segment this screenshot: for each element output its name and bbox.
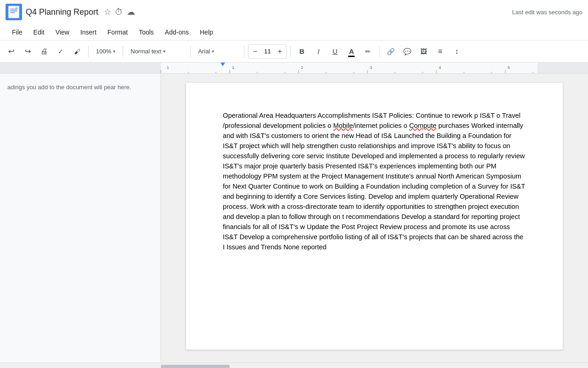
- sidebar: adings you add to the document will pear…: [0, 74, 161, 362]
- style-arrow: ▾: [163, 49, 165, 54]
- font-arrow: ▾: [212, 49, 214, 54]
- document-text: Operational Area Headquarters Accomplish…: [223, 110, 526, 252]
- style-dropdown[interactable]: Normal text ▾: [127, 44, 187, 59]
- bold-button[interactable]: B: [294, 44, 309, 59]
- font-value: Arial: [198, 48, 210, 55]
- spell-check-button[interactable]: ✓: [53, 44, 68, 59]
- link-button[interactable]: 🔗: [383, 44, 398, 59]
- svg-rect-33: [0, 364, 588, 368]
- svg-rect-6: [0, 63, 161, 74]
- line-spacing-button[interactable]: ↕: [449, 44, 464, 59]
- menu-tools[interactable]: Tools: [134, 27, 158, 38]
- sidebar-text: adings you add to the document will pear…: [7, 83, 153, 92]
- history-icon[interactable]: ⏱: [115, 7, 123, 17]
- undo-button[interactable]: ↩: [4, 44, 18, 59]
- svg-rect-8: [537, 63, 588, 74]
- scrollbar-svg: [0, 364, 588, 368]
- text-color-button[interactable]: A: [344, 44, 359, 59]
- separator-3: [190, 46, 191, 57]
- ruler: 1 1 2 3 4 5: [0, 63, 588, 74]
- page-content[interactable]: Operational Area Headquarters Accomplish…: [223, 110, 526, 252]
- menu-file[interactable]: File: [7, 27, 27, 38]
- print-button[interactable]: 🖨: [37, 44, 51, 59]
- font-size-decrease-button[interactable]: −: [250, 47, 260, 56]
- image-button[interactable]: 🖼: [416, 44, 431, 59]
- svg-rect-4: [10, 12, 15, 13]
- svg-rect-2: [10, 9, 17, 10]
- svg-text:1: 1: [167, 65, 169, 70]
- ruler-svg: 1 1 2 3 4 5: [0, 63, 588, 74]
- menu-help[interactable]: Help: [195, 27, 218, 38]
- svg-text:3: 3: [370, 65, 372, 70]
- svg-text:1: 1: [232, 65, 234, 70]
- document-area[interactable]: Operational Area Headquarters Accomplish…: [161, 74, 588, 362]
- zoom-value: 100%: [96, 48, 111, 55]
- doc-title[interactable]: Q4 Planning Report: [26, 7, 98, 17]
- svg-rect-34: [161, 365, 230, 368]
- title-icons: ☆ ⏱ ☁: [104, 7, 135, 17]
- separator-4: [244, 46, 244, 57]
- menu-addons[interactable]: Add-ons: [160, 27, 193, 38]
- italic-button[interactable]: I: [311, 44, 326, 59]
- toolbar: ↩ ↪ 🖨 ✓ 🖌 100% ▾ Normal text ▾ Arial ▾ −…: [0, 40, 588, 63]
- svg-rect-7: [161, 63, 537, 74]
- last-edit-status: Last edit was seconds ago: [512, 9, 582, 16]
- menu-insert[interactable]: Insert: [76, 27, 101, 38]
- menu-view[interactable]: View: [51, 27, 74, 38]
- star-icon[interactable]: ☆: [104, 7, 111, 17]
- app-icon: [6, 4, 22, 20]
- text-color-indicator: [348, 56, 355, 57]
- font-size-input[interactable]: [260, 48, 274, 55]
- style-value: Normal text: [130, 48, 161, 55]
- separator-1: [88, 46, 89, 57]
- menu-edit[interactable]: Edit: [29, 27, 49, 38]
- svg-text:5: 5: [508, 65, 510, 70]
- separator-6: [379, 46, 379, 57]
- mobile-text: Mobile: [333, 122, 353, 129]
- separator-2: [123, 46, 123, 57]
- horizontal-scrollbar[interactable]: [0, 362, 588, 368]
- menu-format[interactable]: Format: [103, 27, 132, 38]
- document-page[interactable]: Operational Area Headquarters Accomplish…: [186, 83, 563, 350]
- svg-text:2: 2: [301, 65, 303, 70]
- svg-rect-3: [10, 11, 17, 12]
- svg-rect-1: [8, 6, 19, 18]
- separator-5: [290, 46, 291, 57]
- zoom-arrow: ▾: [113, 49, 115, 54]
- computer-text: Compute: [409, 122, 436, 129]
- underline-button[interactable]: U: [328, 44, 342, 59]
- highlight-button[interactable]: ✏: [361, 44, 375, 59]
- svg-text:4: 4: [439, 65, 441, 70]
- title-bar: Q4 Planning Report ☆ ⏱ ☁ Last edit was s…: [0, 0, 588, 24]
- text-color-label: A: [349, 47, 354, 55]
- comment-button[interactable]: 💬: [400, 44, 414, 59]
- redo-button[interactable]: ↪: [20, 44, 35, 59]
- zoom-dropdown[interactable]: 100% ▾: [92, 44, 119, 59]
- menu-bar: File Edit View Insert Format Tools Add-o…: [0, 24, 588, 40]
- main-area: adings you add to the document will pear…: [0, 74, 588, 362]
- font-size-control: − +: [248, 44, 287, 59]
- paint-format-button[interactable]: 🖌: [70, 44, 85, 59]
- font-size-increase-button[interactable]: +: [275, 47, 284, 56]
- ruler-content: 1 1 2 3 4 5: [0, 63, 588, 73]
- align-button[interactable]: ≡: [433, 44, 447, 59]
- cloud-icon[interactable]: ☁: [127, 7, 135, 17]
- font-dropdown[interactable]: Arial ▾: [194, 44, 240, 59]
